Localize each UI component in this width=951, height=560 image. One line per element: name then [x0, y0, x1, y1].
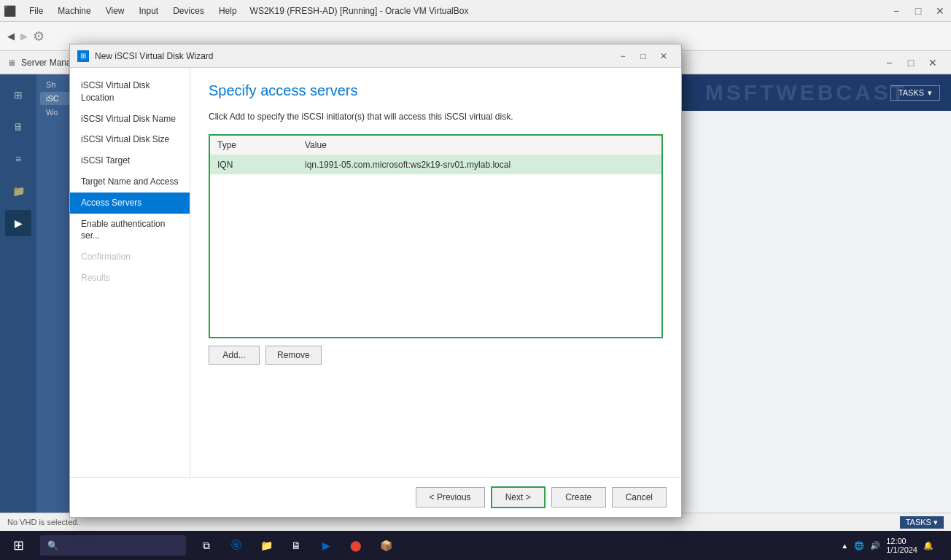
access-servers-table: Type Value IQN iqn.1991-05.com.microsoft…	[210, 136, 661, 174]
wizard-nav-target-name[interactable]: Target Name and Access	[70, 171, 190, 192]
wizard-nav-access-servers[interactable]: Access Servers	[70, 192, 190, 214]
taskbar-server-manager[interactable]: 🖥	[283, 532, 309, 559]
sm-nav-dashboard[interactable]: ⊞	[5, 82, 31, 108]
add-button[interactable]: Add...	[209, 346, 260, 365]
start-button[interactable]: ⊞	[0, 531, 36, 560]
sm-tasks-label: TASKS	[898, 88, 924, 97]
vbox-controls: − □ ✕	[885, 0, 951, 22]
sm-nav-bar: ⊞ 🖥 ≡ 📁 ▶	[0, 74, 36, 513]
vbox-menu: File Machine View Input Devices Help	[22, 0, 244, 21]
sm-nav-all[interactable]: ≡	[5, 146, 31, 172]
previous-button[interactable]: < Previous	[416, 487, 485, 508]
wizard-nav-location[interactable]: iSCSI Virtual Disk Location	[70, 75, 190, 109]
vbox-titlebar: ⬛ File Machine View Input Devices Help W…	[0, 0, 951, 22]
notification-icon[interactable]: 🔔	[923, 541, 933, 551]
taskbar-icons: ⧉ ⓔ 📁 🖥 ▶ ⬤ 📦	[193, 532, 399, 559]
sm-close-btn[interactable]: ✕	[922, 52, 944, 74]
vbox-close-button[interactable]: ✕	[929, 0, 951, 22]
add-remove-buttons: Add... Remove	[209, 346, 663, 365]
wizard-nav-name[interactable]: iSCSI Virtual Disk Name	[70, 109, 190, 130]
wizard-description: Click Add to specify the iSCSI initiator…	[209, 110, 663, 123]
speaker-icon[interactable]: 🔊	[870, 541, 880, 551]
dialog-maximize-button[interactable]: □	[633, 46, 653, 66]
taskbar-task-view[interactable]: ⧉	[193, 532, 220, 559]
sm-title-icon: 🖥	[7, 58, 15, 67]
dialog-minimize-button[interactable]: −	[613, 46, 633, 66]
wizard-nav: iSCSI Virtual Disk Location iSCSI Virtua…	[70, 68, 190, 477]
sm-tasks-chevron: ▾	[928, 88, 932, 98]
create-button[interactable]: Create	[551, 487, 606, 508]
menu-file[interactable]: File	[22, 0, 50, 21]
taskbar-chrome[interactable]: ⬤	[343, 532, 369, 559]
sm-nav-roles[interactable]: 📁	[5, 178, 31, 204]
next-button[interactable]: Next >	[491, 486, 546, 508]
table-row[interactable]: IQN iqn.1991-05.com.microsoft:ws2k19-srv…	[210, 155, 661, 175]
wizard-content: Specify access servers Click Add to spec…	[190, 68, 681, 477]
menu-machine[interactable]: Machine	[50, 0, 98, 21]
menu-devices[interactable]: Devices	[166, 0, 211, 21]
wizard-nav-results: Results	[70, 268, 190, 289]
iscsi-wizard-dialog: ⊞ New iSCSI Virtual Disk Wizard − □ ✕ iS…	[69, 44, 682, 518]
taskbar-edge[interactable]: ⓔ	[223, 532, 249, 559]
sm-tasks-button[interactable]: TASKS ▾	[890, 85, 940, 101]
taskbar-extra[interactable]: 📦	[373, 532, 399, 559]
tasks-right-btn[interactable]: TASKS ▾	[900, 516, 944, 529]
cell-type: IQN	[210, 155, 298, 175]
col-type-header: Type	[210, 136, 298, 155]
dialog-title-icon: ⊞	[77, 50, 89, 62]
remove-button[interactable]: Remove	[265, 346, 322, 365]
dialog-body: iSCSI Virtual Disk Location iSCSI Virtua…	[70, 68, 681, 477]
wizard-page-title: Specify access servers	[209, 82, 663, 99]
cell-extra	[603, 155, 661, 175]
wizard-nav-target[interactable]: iSCSI Target	[70, 150, 190, 171]
search-icon: 🔍	[47, 540, 58, 551]
cell-value: iqn.1991-05.com.microsoft:ws2k19-srv01.m…	[298, 155, 603, 175]
wizard-nav-enable-auth[interactable]: Enable authentication ser...	[70, 214, 190, 247]
wizard-nav-size[interactable]: iSCSI Virtual Disk Size	[70, 129, 190, 150]
col-value-header: Value	[298, 136, 603, 155]
sm-minimize-btn[interactable]: −	[878, 52, 900, 74]
taskbar-powershell[interactable]: ▶	[313, 532, 339, 559]
wizard-nav-confirmation: Confirmation	[70, 246, 190, 268]
vbox-minimize-button[interactable]: −	[885, 0, 907, 22]
taskbar: ⊞ 🔍 ⧉ ⓔ 📁 🖥 ▶ ⬤ 📦 ▲ 🌐 🔊 12:001/1/2024 🔔	[0, 531, 951, 560]
sm-maximize-btn[interactable]: □	[900, 52, 922, 74]
system-tray-up[interactable]: ▲	[841, 542, 848, 550]
access-servers-table-container: Type Value IQN iqn.1991-05.com.microsoft…	[209, 134, 663, 338]
menu-help[interactable]: Help	[211, 0, 244, 21]
menu-input[interactable]: Input	[132, 0, 166, 21]
sm-nav-iscsi[interactable]: ▶	[5, 210, 31, 236]
menu-view[interactable]: View	[98, 0, 132, 21]
dialog-titlebar: ⊞ New iSCSI Virtual Disk Wizard − □ ✕	[70, 44, 681, 68]
vbox-title-text: WS2K19 (FRESH-AD) [Running] - Oracle VM …	[250, 6, 885, 16]
clock[interactable]: 12:001/1/2024	[886, 537, 917, 554]
dialog-title-text: New iSCSI Virtual Disk Wizard	[95, 51, 613, 61]
vbox-maximize-button[interactable]: □	[907, 0, 929, 22]
col-extra-header	[603, 136, 661, 155]
taskbar-right: ▲ 🌐 🔊 12:001/1/2024 🔔	[841, 537, 951, 554]
status-text: No VHD is selected.	[7, 518, 79, 526]
dialog-footer: < Previous Next > Create Cancel	[70, 477, 681, 517]
cancel-button[interactable]: Cancel	[612, 487, 667, 508]
taskbar-explorer[interactable]: 📁	[253, 532, 279, 559]
sm-nav-local[interactable]: 🖥	[5, 114, 31, 140]
taskbar-search[interactable]: 🔍	[40, 535, 186, 556]
vbox-app-icon: ⬛	[4, 5, 16, 17]
dialog-close-button[interactable]: ✕	[653, 46, 674, 66]
network-icon[interactable]: 🌐	[854, 541, 864, 551]
